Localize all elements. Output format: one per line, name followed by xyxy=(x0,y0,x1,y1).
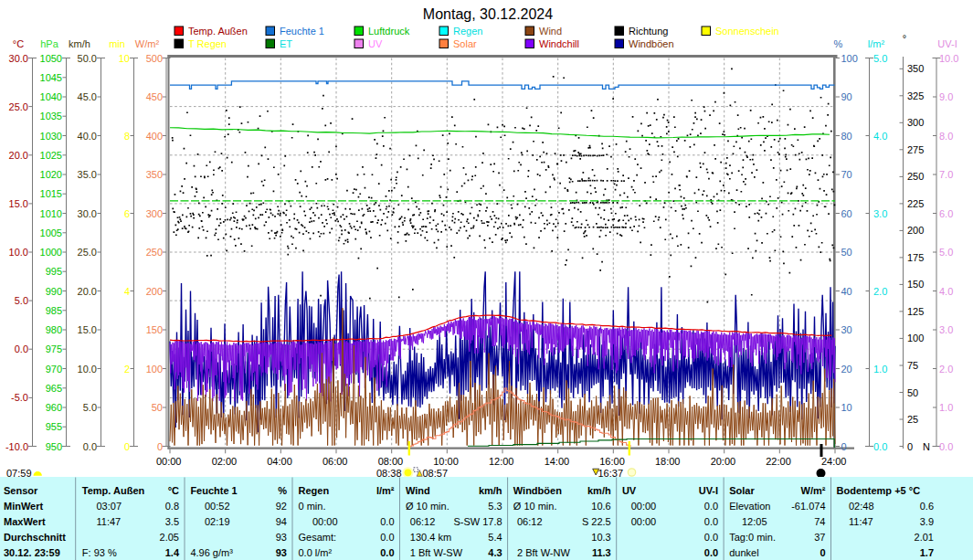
svg-text:km/h: km/h xyxy=(479,485,502,496)
svg-text:0.0: 0.0 xyxy=(83,441,97,452)
svg-text:02:00: 02:00 xyxy=(212,456,238,467)
svg-text:Windchill: Windchill xyxy=(539,38,579,49)
svg-text:W/m²: W/m² xyxy=(801,485,826,496)
svg-text:975: 975 xyxy=(46,343,62,354)
svg-text:1.0: 1.0 xyxy=(939,402,953,413)
svg-text:06:12: 06:12 xyxy=(410,516,436,527)
svg-text:4.0: 4.0 xyxy=(939,286,953,297)
svg-text:300: 300 xyxy=(907,117,924,128)
svg-text:°: ° xyxy=(903,33,906,44)
svg-text:10: 10 xyxy=(841,402,852,413)
svg-text:Durchschnitt: Durchschnitt xyxy=(4,532,66,543)
svg-text:Regen: Regen xyxy=(453,26,482,37)
svg-text:0.0: 0.0 xyxy=(704,547,718,558)
svg-text:1025: 1025 xyxy=(40,150,62,161)
svg-text:2.0: 2.0 xyxy=(939,364,953,375)
svg-text:Windböen: Windböen xyxy=(629,38,674,49)
svg-text:970: 970 xyxy=(46,364,62,375)
svg-text:20.0: 20.0 xyxy=(78,286,97,297)
svg-text:Feuchte 1: Feuchte 1 xyxy=(190,485,237,496)
svg-text:3.9: 3.9 xyxy=(920,516,934,527)
svg-text:0.0 l/m²: 0.0 l/m² xyxy=(299,547,333,558)
svg-text:1.7: 1.7 xyxy=(920,547,934,558)
svg-text:Richtung: Richtung xyxy=(629,26,668,37)
svg-text:70: 70 xyxy=(841,169,852,180)
svg-text:UV-I: UV-I xyxy=(937,38,957,49)
svg-text:06:12: 06:12 xyxy=(517,516,543,527)
svg-text:Ø 10 min.: Ø 10 min. xyxy=(406,501,449,512)
svg-text:-61.074: -61.074 xyxy=(791,501,825,512)
svg-text:5.0: 5.0 xyxy=(873,53,887,64)
svg-text:Montag, 30.12.2024: Montag, 30.12.2024 xyxy=(423,6,553,22)
svg-text:22:00: 22:00 xyxy=(766,456,791,467)
svg-text:0.0: 0.0 xyxy=(704,501,718,512)
svg-text:00:00: 00:00 xyxy=(156,456,182,467)
svg-text:980: 980 xyxy=(46,324,62,335)
svg-text:UV-I: UV-I xyxy=(699,485,718,496)
svg-text:2.0: 2.0 xyxy=(873,286,887,297)
svg-text:50: 50 xyxy=(907,387,918,398)
svg-text:100: 100 xyxy=(146,364,163,375)
svg-text:20:00: 20:00 xyxy=(711,456,736,467)
svg-text:50: 50 xyxy=(841,247,852,258)
svg-text:%: % xyxy=(278,485,287,496)
svg-text:25.0: 25.0 xyxy=(78,247,97,258)
svg-text:3.0: 3.0 xyxy=(939,324,953,335)
svg-text:Temp. Außen: Temp. Außen xyxy=(82,485,145,496)
svg-text:100: 100 xyxy=(907,333,924,343)
svg-text:Wind: Wind xyxy=(406,485,430,496)
svg-text:1040: 1040 xyxy=(40,91,62,102)
svg-text:03:07: 03:07 xyxy=(97,501,122,512)
svg-text:1010: 1010 xyxy=(40,208,62,219)
svg-text:400: 400 xyxy=(146,131,163,142)
svg-text:06:00: 06:00 xyxy=(323,456,348,467)
svg-text:MinWert: MinWert xyxy=(4,501,44,512)
svg-text:Temp. Außen: Temp. Außen xyxy=(188,26,248,37)
svg-text:Gesamt:: Gesamt: xyxy=(299,532,337,543)
svg-text:80: 80 xyxy=(841,131,852,142)
svg-text:14:00: 14:00 xyxy=(545,456,570,467)
svg-text:94: 94 xyxy=(276,516,287,527)
svg-text:12:05: 12:05 xyxy=(742,516,767,527)
svg-text:24:00: 24:00 xyxy=(821,456,847,467)
svg-text:°C: °C xyxy=(13,38,24,49)
svg-text:0.0: 0.0 xyxy=(939,441,953,452)
svg-text:2: 2 xyxy=(124,364,130,375)
svg-text:km/h: km/h xyxy=(587,485,611,496)
svg-text:10.0: 10.0 xyxy=(78,364,97,375)
svg-text:04:00: 04:00 xyxy=(267,456,292,467)
svg-text:5.0: 5.0 xyxy=(939,247,953,258)
svg-text:10:00: 10:00 xyxy=(433,456,459,467)
svg-text:min: min xyxy=(109,38,125,49)
svg-text:35.0: 35.0 xyxy=(78,169,97,180)
svg-text:UV: UV xyxy=(368,38,383,49)
svg-text:F: 93 %: F: 93 % xyxy=(82,547,117,558)
svg-text:km/h: km/h xyxy=(69,38,90,49)
svg-text:5.3: 5.3 xyxy=(488,501,502,512)
svg-text:955: 955 xyxy=(46,421,62,432)
svg-text:985: 985 xyxy=(46,305,62,316)
svg-text:Regen: Regen xyxy=(299,485,330,496)
svg-text:325: 325 xyxy=(907,90,924,101)
svg-text:30: 30 xyxy=(841,324,852,335)
svg-text:11.3: 11.3 xyxy=(592,547,611,558)
svg-text:6: 6 xyxy=(124,208,130,219)
svg-text:Elevation: Elevation xyxy=(729,501,770,512)
svg-text:92: 92 xyxy=(276,501,287,512)
svg-text:250: 250 xyxy=(907,171,924,182)
svg-text:0.0: 0.0 xyxy=(380,547,394,558)
svg-text:00:00: 00:00 xyxy=(312,516,338,527)
svg-text:11:47: 11:47 xyxy=(849,516,873,527)
svg-text:150: 150 xyxy=(146,324,163,335)
svg-text:W/m²: W/m² xyxy=(135,38,160,49)
svg-text:45.0: 45.0 xyxy=(78,91,97,102)
svg-text:0.0: 0.0 xyxy=(704,516,718,527)
svg-text:30.12. 23:59: 30.12. 23:59 xyxy=(4,547,60,558)
svg-text:15.0: 15.0 xyxy=(9,198,28,209)
svg-text:Sonnenschein: Sonnenschein xyxy=(715,26,779,37)
svg-text:225: 225 xyxy=(907,198,924,209)
svg-text:UV: UV xyxy=(622,485,637,496)
svg-text:0.0: 0.0 xyxy=(704,532,718,543)
svg-text:02:19: 02:19 xyxy=(205,516,230,527)
svg-text:1000: 1000 xyxy=(40,247,62,258)
